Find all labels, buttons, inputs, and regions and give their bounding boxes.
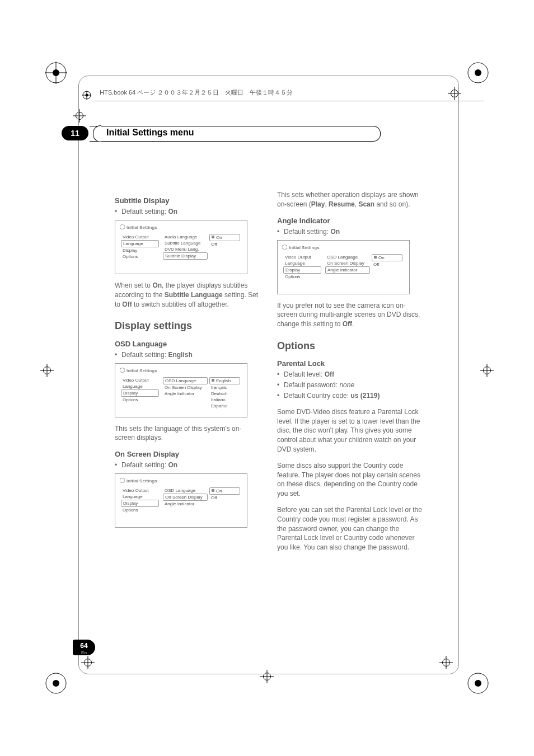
- on-screen-display-diagram: Initial SettingsVideo OutputLanguageDisp…: [115, 473, 247, 528]
- page-number: 64 En: [73, 640, 95, 655]
- svg-point-5: [53, 680, 59, 687]
- parental-line-2: Default Country code: us (2119): [277, 391, 423, 401]
- parental-p2: Some discs also support the Country code…: [277, 461, 423, 499]
- angle-indicator-diagram: Initial SettingsVideo OutputLanguageDisp…: [277, 240, 410, 294]
- crosshair-icon: [40, 364, 54, 377]
- osd-language-diagram: Initial SettingsVideo OutputLanguageDisp…: [115, 363, 247, 417]
- left-column: Subtitle Display Default setting: On Ini…: [115, 190, 260, 533]
- svg-marker-12: [120, 478, 125, 483]
- subtitle-display-heading: Subtitle Display: [115, 196, 260, 206]
- svg-point-3: [475, 69, 481, 76]
- angle-default: Default setting: On: [277, 227, 423, 237]
- osd-body-continued: This sets whether operation displays are…: [277, 190, 423, 209]
- osd-default: Default setting: English: [115, 350, 260, 360]
- svg-marker-10: [120, 224, 125, 229]
- chapter-title: Initial Settings menu: [106, 128, 194, 138]
- parental-line-0: Default level: Off: [277, 370, 423, 379]
- angle-indicator-body: If you prefer not to see the camera icon…: [277, 301, 423, 329]
- parental-lock-heading: Parental Lock: [277, 359, 423, 369]
- registration-mark-icon: [467, 672, 489, 694]
- svg-marker-11: [120, 368, 125, 373]
- subtitle-display-diagram: Initial SettingsVideo OutputLanguageDisp…: [115, 220, 247, 274]
- parental-p1: Some DVD-Video discs feature a Parental …: [277, 407, 423, 454]
- chapter-number: 11: [62, 126, 88, 140]
- osd2-default: Default setting: On: [115, 461, 260, 470]
- header-bullet-icon: [82, 91, 91, 100]
- registration-mark-icon: [45, 62, 67, 84]
- osd-language-body: This sets the language of this system's …: [115, 424, 260, 443]
- svg-point-7: [475, 680, 481, 687]
- subtitle-default: Default setting: On: [115, 207, 260, 217]
- svg-marker-13: [282, 245, 287, 250]
- parental-line-1: Default password: none: [277, 381, 423, 390]
- registration-mark-icon: [45, 672, 67, 694]
- content-area: Subtitle Display Default setting: On Ini…: [115, 190, 423, 559]
- angle-indicator-heading: Angle Indicator: [277, 216, 423, 226]
- header-book-line: HTS.book 64 ページ ２００３年２月２５日 火曜日 午後１時４５分: [100, 88, 293, 97]
- subtitle-display-body: When set to On, the player displays subt…: [115, 281, 260, 309]
- right-column: This sets whether operation displays are…: [277, 190, 423, 559]
- display-settings-heading: Display settings: [115, 319, 260, 333]
- options-heading: Options: [277, 339, 423, 353]
- parental-p3: Before you can set the Parental Lock lev…: [277, 505, 423, 552]
- on-screen-display-heading: On Screen Display: [115, 449, 260, 459]
- registration-mark-icon: [467, 62, 489, 84]
- osd-language-heading: OSD Language: [115, 339, 260, 349]
- crosshair-icon: [480, 364, 494, 377]
